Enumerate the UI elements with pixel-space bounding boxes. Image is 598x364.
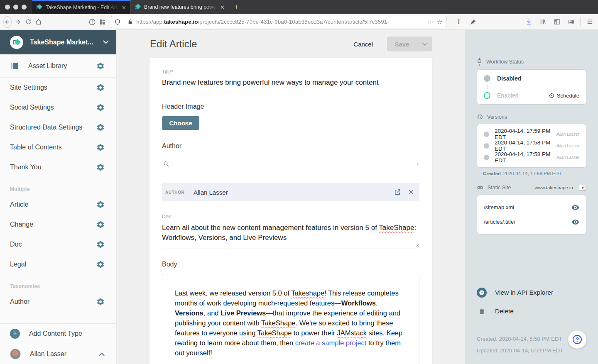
instapaper-extension-icon[interactable]: I	[454, 17, 464, 27]
version-row[interactable]: 2020-04-14, 17:59 PM EDT Allan Lasser	[484, 128, 579, 140]
sidebar-item-social-settings[interactable]: Social Settings	[0, 98, 116, 117]
extensions-icon[interactable]	[99, 16, 107, 28]
pin-extension-icon[interactable]	[468, 17, 478, 27]
sidebar-item-thank-you[interactable]: Thank You	[0, 157, 116, 177]
gear-icon[interactable]	[96, 260, 105, 269]
site-path-row[interactable]: /sitemap.xml	[484, 200, 579, 215]
forward-button[interactable]	[14, 16, 22, 28]
downloads-icon[interactable]	[524, 17, 534, 27]
status-dot-filled	[484, 75, 490, 82]
sample-project-link[interactable]: create a sample project	[295, 339, 367, 347]
gear-icon[interactable]	[96, 83, 105, 92]
address-bar[interactable]: https://app.takeshape.io/projects/2cccc8…	[111, 16, 446, 28]
gear-icon[interactable]	[96, 298, 105, 306]
version-date: 2020-04-14, 17:59 PM EDT	[495, 128, 556, 140]
static-site-header: Static Site www.takeshape.io ▼	[477, 184, 586, 191]
title-input[interactable]: Brand new features bring powerful new wa…	[162, 75, 419, 92]
minimize-window-icon[interactable]	[13, 5, 18, 10]
gear-icon[interactable]	[96, 123, 105, 132]
takeshape-favicon	[135, 4, 141, 10]
versions-card: 2020-04-14, 17:59 PM EDT Allan Lasser 20…	[477, 124, 586, 168]
user-menu[interactable]: Allan Lasser	[0, 344, 116, 364]
api-explorer-button[interactable]: View in API Explorer	[477, 288, 586, 298]
cancel-button[interactable]: Cancel	[353, 41, 373, 48]
sidebar-item-article[interactable]: Article	[0, 195, 116, 215]
static-site-card: /sitemap.xml /articles/:title/	[477, 195, 586, 235]
library-icon[interactable]	[538, 17, 548, 27]
version-row[interactable]: 2020-04-14, 17:58 PM EDT Allan Lasser	[484, 140, 579, 151]
sidebar-item-structured-data-settings[interactable]: Structured Data Settings	[0, 117, 116, 137]
remove-author-icon[interactable]	[408, 189, 414, 195]
sidebar-item-site-settings[interactable]: Site Settings	[0, 78, 116, 98]
gear-icon[interactable]	[96, 163, 105, 171]
gear-icon[interactable]	[96, 200, 105, 209]
author-search-input[interactable]: ▾	[162, 156, 419, 172]
resize-handle[interactable]	[415, 243, 419, 248]
new-tab-button[interactable]: +	[229, 0, 243, 14]
sidebar-item-asset-library[interactable]: Asset Library	[0, 54, 116, 78]
home-button[interactable]	[35, 16, 43, 28]
version-dot	[484, 132, 489, 137]
project-switcher[interactable]: TakeShape Market...	[0, 30, 116, 54]
gear-icon[interactable]	[96, 62, 105, 70]
tab-title: Brand new features bring powe	[144, 4, 217, 10]
search-icon	[163, 161, 170, 168]
gear-icon[interactable]	[96, 143, 105, 151]
sidebar-item-table-of-contents[interactable]: Table of Contents	[0, 137, 116, 157]
add-content-type-button[interactable]: + Add Content Type	[0, 324, 116, 344]
workflow-option-enabled[interactable]: Enabled Schedule	[484, 89, 579, 102]
close-window-icon[interactable]	[5, 5, 10, 10]
gear-icon[interactable]	[96, 220, 105, 229]
reload-button[interactable]	[25, 16, 32, 28]
site-path-row[interactable]: /articles/:title/	[484, 215, 579, 229]
save-button[interactable]: Save	[387, 37, 417, 51]
chevron-down-icon[interactable]	[103, 40, 109, 44]
sidebar-item-label: Social Settings	[10, 104, 96, 111]
pocket-icon[interactable]	[88, 16, 96, 28]
back-button[interactable]	[3, 16, 12, 28]
open-external-icon[interactable]	[394, 188, 401, 196]
tracking-shield-icon[interactable]	[115, 19, 120, 25]
version-row[interactable]: 2020-04-14, 17:58 PM EDT Allan Lasser	[484, 151, 579, 163]
lock-icon[interactable]	[127, 19, 133, 25]
sidebar-item-label: Asset Library	[28, 62, 96, 70]
delete-button[interactable]: Delete	[477, 308, 586, 315]
body-field-label: Body	[162, 261, 419, 268]
question-mark-icon: ?	[573, 335, 582, 344]
sidebar-item-change[interactable]: Change	[0, 215, 116, 235]
body-editor[interactable]: Last week, we released version 5.0 of Ta…	[162, 274, 419, 364]
macos-window-controls[interactable]	[0, 0, 32, 14]
schedule-button[interactable]: Schedule	[549, 93, 579, 99]
required-asterisk: *	[171, 69, 173, 75]
toolbar-grid-icon[interactable]	[566, 17, 576, 27]
tab-close-icon[interactable]: ✕	[122, 5, 126, 11]
chevron-up-icon[interactable]	[99, 352, 105, 356]
site-select-dropdown[interactable]: ▼	[579, 185, 586, 191]
save-options-chevron[interactable]	[417, 37, 432, 51]
workflow-status-card: Disabled Enabled Schedule	[477, 69, 586, 105]
gear-icon[interactable]	[96, 103, 105, 112]
url-text[interactable]: https://app.takeshape.io/projects/2cccc8…	[136, 19, 424, 25]
sidebar-item-author[interactable]: Author	[0, 292, 116, 312]
link-icon	[477, 184, 483, 191]
tab-close-icon[interactable]: ✕	[220, 4, 225, 10]
gear-icon[interactable]	[96, 240, 105, 249]
dropdown-caret-icon[interactable]: ▾	[417, 162, 419, 166]
choose-image-button[interactable]: Choose	[162, 116, 199, 130]
workflow-option-disabled[interactable]: Disabled	[484, 72, 579, 85]
bookmark-star-icon[interactable]: ☆	[437, 18, 443, 26]
menu-hamburger-icon[interactable]	[585, 17, 595, 27]
preview-eye-icon[interactable]	[571, 218, 579, 226]
preview-eye-icon[interactable]	[571, 203, 579, 211]
sidebar-item-doc[interactable]: Doc	[0, 235, 116, 254]
site-path: /articles/:title/	[484, 219, 571, 225]
zoom-window-icon[interactable]	[22, 5, 27, 10]
sidebar-item-legal[interactable]: Legal	[0, 254, 116, 274]
help-button[interactable]: ?	[568, 330, 586, 349]
tab-brand-new-features[interactable]: Brand new features bring powe ✕	[131, 0, 229, 14]
dek-textarea[interactable]: Learn all about the new content manageme…	[162, 220, 419, 249]
page-actions-icon[interactable]: ⋯	[427, 18, 434, 26]
author-chip[interactable]: AUTHOR Allan Lasser	[162, 183, 419, 201]
sidebars-icon[interactable]	[552, 17, 562, 27]
tab-takeshape-marketing[interactable]: TakeShape Marketing - Edit Arti ✕	[32, 0, 131, 14]
